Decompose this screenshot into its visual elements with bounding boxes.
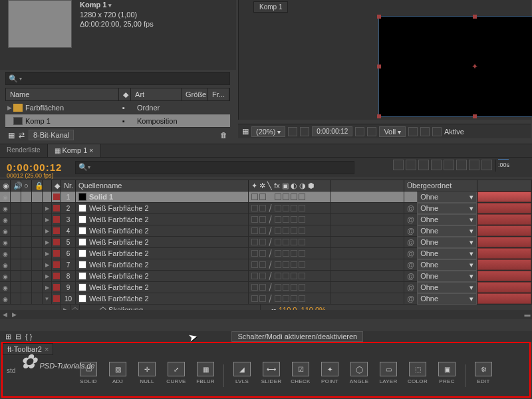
handle[interactable] bbox=[377, 15, 381, 19]
visibility-toggle[interactable] bbox=[0, 282, 11, 293]
ft-btn-fblur[interactable]: ▦FBLUR bbox=[193, 362, 218, 387]
ft-btn-check[interactable]: ☑CHECK bbox=[288, 362, 313, 387]
label-color[interactable] bbox=[52, 271, 61, 281]
current-time[interactable]: 0:00:00:12 bbox=[312, 126, 352, 136]
layer-name[interactable]: Weiß Farbfläche 2 bbox=[76, 293, 249, 304]
col-tag[interactable]: ◆ bbox=[119, 88, 131, 100]
tab-comp[interactable]: ▦ Komp 1 × bbox=[48, 144, 101, 157]
current-timecode[interactable]: 0:00:00:12 bbox=[0, 162, 62, 173]
layer-name[interactable]: Weiß Farbfläche 2 bbox=[76, 214, 249, 225]
audio-toggle[interactable] bbox=[11, 282, 21, 293]
layer-bar[interactable] bbox=[477, 259, 532, 270]
pickwhip-icon[interactable]: @ bbox=[407, 204, 414, 212]
layer-row[interactable]: ▼10Weiß Farbfläche 2@Ohne▾ bbox=[0, 293, 532, 305]
active-camera[interactable]: Aktive bbox=[444, 128, 464, 136]
ft-btn-point[interactable]: ✦POINT bbox=[317, 362, 342, 387]
auto-kf-icon[interactable] bbox=[469, 160, 479, 170]
dropdown-icon[interactable]: ▾ bbox=[19, 76, 22, 82]
twisty-icon[interactable]: ▶ bbox=[43, 271, 52, 281]
layer-switches[interactable] bbox=[249, 259, 331, 270]
layer-name[interactable]: Weiß Farbfläche 2 bbox=[76, 225, 249, 236]
parent-control[interactable]: @Ohne▾ bbox=[404, 271, 477, 281]
ft-btn-edit[interactable]: ⚙EDIT bbox=[471, 362, 496, 387]
always-preview-icon[interactable]: ▦ bbox=[242, 127, 249, 136]
col-switches[interactable]: ✦ ✲ ╲ fx ▣ ◐ ◑ ⬢ bbox=[249, 180, 331, 191]
layer-bar[interactable] bbox=[477, 214, 532, 225]
bpc-toggle[interactable]: 8-Bit-Kanal bbox=[29, 130, 74, 140]
layer-switches[interactable] bbox=[249, 237, 331, 247]
lock-toggle[interactable] bbox=[32, 237, 43, 247]
layer-switches[interactable] bbox=[249, 203, 331, 213]
shy-icon[interactable] bbox=[406, 160, 416, 170]
layer-row[interactable]: ▶1Solid 1@Ohne▾ bbox=[0, 192, 532, 203]
lock-toggle[interactable] bbox=[32, 282, 43, 293]
graph-editor-icon[interactable] bbox=[444, 160, 454, 170]
parent-control[interactable]: @Ohne▾ bbox=[404, 248, 477, 259]
visibility-toggle[interactable] bbox=[0, 192, 11, 202]
solo-toggle[interactable] bbox=[21, 293, 32, 304]
col-solo[interactable]: ○ bbox=[21, 180, 32, 191]
layer-name[interactable]: Weiß Farbfläche 2 bbox=[76, 282, 249, 293]
layer-bar[interactable] bbox=[477, 237, 532, 247]
parent-dropdown[interactable]: Ohne▾ bbox=[417, 225, 477, 237]
lock-toggle[interactable] bbox=[32, 214, 43, 225]
col-audio[interactable]: 🔊 bbox=[11, 180, 21, 191]
solo-toggle[interactable] bbox=[21, 214, 32, 225]
parent-control[interactable]: @Ohne▾ bbox=[404, 259, 477, 270]
lock-toggle[interactable] bbox=[32, 293, 43, 304]
anchor-icon[interactable]: ✦ bbox=[471, 63, 478, 70]
layer-row[interactable]: ▶9Weiß Farbfläche 2@Ohne▾ bbox=[0, 282, 532, 293]
parent-dropdown[interactable]: Ohne▾ bbox=[417, 293, 477, 305]
close-icon[interactable]: × bbox=[89, 146, 93, 154]
snapshot-icon[interactable] bbox=[355, 127, 364, 136]
twisty-icon[interactable]: ▶ bbox=[43, 248, 52, 259]
col-label[interactable]: ◆ bbox=[52, 180, 61, 191]
ft-btn-solid[interactable]: ▭SOLID bbox=[76, 362, 101, 387]
layer-bar[interactable] bbox=[477, 271, 532, 281]
zoom-out-icon[interactable]: ▬ bbox=[523, 311, 532, 318]
layer-switches[interactable] bbox=[249, 225, 331, 236]
layer-name[interactable]: Solid 1 bbox=[76, 192, 249, 202]
solo-toggle[interactable] bbox=[21, 271, 32, 281]
audio-toggle[interactable] bbox=[11, 237, 21, 247]
visibility-toggle[interactable] bbox=[0, 259, 11, 270]
layer-bar[interactable] bbox=[477, 248, 532, 259]
parent-dropdown[interactable]: Ohne▾ bbox=[417, 237, 477, 248]
parent-control[interactable]: @Ohne▾ bbox=[404, 237, 477, 247]
twisty-icon[interactable]: ▶ bbox=[43, 203, 52, 213]
pickwhip-icon[interactable]: @ bbox=[407, 193, 414, 201]
comp-mini-icon[interactable] bbox=[393, 160, 404, 170]
solo-toggle[interactable] bbox=[21, 248, 32, 259]
project-item-folder[interactable]: ▶ Farbflächen ▪ Ordner bbox=[5, 101, 230, 114]
resolution-dropdown[interactable]: Voll ▾ bbox=[379, 126, 406, 137]
handle[interactable] bbox=[377, 114, 381, 118]
ft-btn-curve[interactable]: ⤢CURVE bbox=[164, 362, 189, 387]
col-source[interactable]: Quellenname bbox=[76, 180, 249, 191]
lock-toggle[interactable] bbox=[32, 248, 43, 259]
pickwhip-icon[interactable]: @ bbox=[407, 272, 414, 280]
visibility-toggle[interactable] bbox=[0, 214, 11, 225]
toggle-switches-icon[interactable]: ⊞ bbox=[5, 332, 11, 341]
audio-toggle[interactable] bbox=[11, 293, 21, 304]
timeline-scrollbar[interactable]: ◀ ▶ ▬ bbox=[0, 310, 532, 319]
solo-toggle[interactable] bbox=[21, 203, 32, 213]
layer-bar[interactable] bbox=[477, 225, 532, 236]
roi-icon[interactable] bbox=[408, 127, 418, 136]
grid-icon[interactable] bbox=[288, 127, 297, 136]
parent-control[interactable]: @Ohne▾ bbox=[404, 293, 477, 304]
label-color[interactable] bbox=[52, 214, 61, 225]
parent-dropdown[interactable]: Ohne▾ bbox=[417, 259, 477, 271]
pickwhip-icon[interactable]: @ bbox=[407, 227, 414, 235]
layer-switches[interactable] bbox=[249, 293, 331, 304]
pickwhip-icon[interactable]: @ bbox=[407, 283, 414, 291]
close-icon[interactable]: × bbox=[45, 345, 49, 353]
visibility-toggle[interactable] bbox=[0, 225, 11, 236]
scroll-right-icon[interactable]: ▶ bbox=[9, 311, 19, 318]
visibility-toggle[interactable] bbox=[0, 271, 11, 281]
col-type[interactable]: Art bbox=[131, 88, 182, 100]
label-color[interactable] bbox=[52, 192, 61, 202]
layer-row[interactable]: ▶4Weiß Farbfläche 2@Ohne▾ bbox=[0, 225, 532, 237]
switches-modes-toggle[interactable]: Schalter/Modi aktivieren/deaktivieren bbox=[231, 331, 363, 342]
visibility-toggle[interactable] bbox=[0, 203, 11, 213]
frame-blend-icon[interactable] bbox=[418, 160, 429, 170]
